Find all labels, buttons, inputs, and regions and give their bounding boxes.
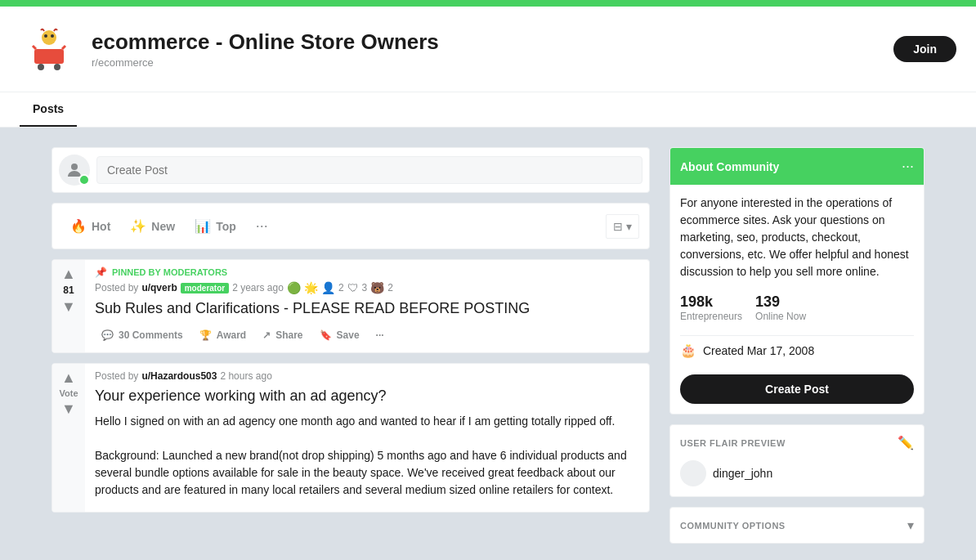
create-post-input[interactable] <box>96 156 642 184</box>
about-more-button[interactable]: ··· <box>902 158 914 175</box>
upvote-arrow-2[interactable]: ▲ <box>61 370 76 385</box>
downvote-arrow-2[interactable]: ▼ <box>61 401 76 416</box>
downvote-arrow-pinned[interactable]: ▼ <box>61 299 76 314</box>
more-button-pinned[interactable]: ··· <box>369 325 391 346</box>
sort-view-button[interactable]: ⊟ ▾ <box>606 214 639 239</box>
svg-point-5 <box>38 64 44 70</box>
post-title-2[interactable]: Your experience working with an ad agenc… <box>95 387 639 405</box>
vote-column-pinned: ▲ 81 ▼ <box>52 260 85 352</box>
sort-new-button[interactable]: ✨ New <box>122 212 183 240</box>
flair-avatar <box>680 460 706 486</box>
join-button[interactable]: Join <box>893 36 956 62</box>
about-community-card: About Community ··· For anyone intereste… <box>669 147 925 414</box>
post-author-pinned[interactable]: u/qverb <box>141 282 177 293</box>
user-flair-header: USER FLAIR PREVIEW ✏️ <box>680 435 914 450</box>
svg-rect-4 <box>34 49 64 64</box>
svg-point-1 <box>42 30 56 45</box>
about-title: About Community <box>680 160 779 173</box>
created-row: 🎂 Created Mar 17, 2008 <box>680 335 914 365</box>
sort-top-label: Top <box>216 220 236 233</box>
share-icon-pinned: ↗ <box>262 329 271 341</box>
post-card-pinned: ▲ 81 ▼ 📌 PINNED BY MODERATORS Posted by … <box>51 259 650 353</box>
svg-point-6 <box>54 64 60 70</box>
vote-column-2: ▲ Vote ▼ <box>52 364 85 511</box>
flair-user: dinger_john <box>680 460 914 486</box>
edit-flair-icon[interactable]: ✏️ <box>898 435 914 450</box>
svg-point-3 <box>51 34 54 38</box>
cake-icon: 🎂 <box>680 343 696 358</box>
stats-row: 198k Entrepreneurs 139 Online Now <box>680 293 914 322</box>
post-actions-pinned: 💬 30 Comments 🏆 Award ↗ Share 🔖 <box>95 325 639 346</box>
view-icon: ⊟ <box>613 220 623 233</box>
share-button-pinned[interactable]: ↗ Share <box>256 325 309 346</box>
stat-entrepreneurs: 198k Entrepreneurs <box>680 293 742 322</box>
about-header: About Community ··· <box>670 148 924 185</box>
created-date: Created Mar 17, 2008 <box>703 344 814 357</box>
community-header: ecommerce - Online Store Owners r/ecomme… <box>0 7 976 92</box>
svg-point-2 <box>44 34 47 38</box>
save-button-pinned[interactable]: 🔖 Save <box>313 325 366 346</box>
user-flair-card: USER FLAIR PREVIEW ✏️ dinger_john <box>669 424 925 497</box>
flair-username: dinger_john <box>713 467 772 480</box>
save-icon-pinned: 🔖 <box>320 329 332 341</box>
comments-icon-pinned: 💬 <box>101 329 114 341</box>
new-icon: ✨ <box>130 218 146 234</box>
community-options-title: COMMUNITY OPTIONS <box>680 521 786 531</box>
community-icon <box>20 20 78 78</box>
chevron-down-icon: ▾ <box>907 517 914 533</box>
user-flair-title: USER FLAIR PREVIEW <box>680 438 786 448</box>
vote-count-pinned: 81 <box>63 284 74 296</box>
pin-icon: 📌 <box>95 267 107 278</box>
top-icon: 📊 <box>195 218 211 234</box>
post-author-2[interactable]: u/Hazardous503 <box>141 370 217 382</box>
pinned-label: 📌 PINNED BY MODERATORS <box>95 267 639 278</box>
sort-top-button[interactable]: 📊 Top <box>186 212 244 240</box>
more-icon-pinned: ··· <box>376 329 384 341</box>
hot-icon: 🔥 <box>70 218 87 234</box>
community-options-card: COMMUNITY OPTIONS ▾ <box>669 507 925 544</box>
award-icon-pinned: 🏆 <box>199 329 212 341</box>
online-label: Online Now <box>755 311 806 322</box>
community-options-header[interactable]: COMMUNITY OPTIONS ▾ <box>680 517 914 533</box>
about-description: For anyone interested in the operations … <box>680 195 914 280</box>
green-top-bar <box>0 0 976 7</box>
subreddit-handle: r/ecommerce <box>92 56 880 69</box>
about-body: For anyone interested in the operations … <box>670 185 924 414</box>
comments-button-pinned[interactable]: 💬 30 Comments <box>95 325 190 346</box>
online-value: 139 <box>755 293 806 311</box>
sidebar: About Community ··· For anyone intereste… <box>669 147 925 544</box>
main-layout: 🔥 Hot ✨ New 📊 Top ··· ⊟ ▾ ▲ 81 <box>38 147 938 544</box>
post-body-2: Hello I signed on with an ad agency one … <box>95 413 639 499</box>
sort-hot-label: Hot <box>92 220 110 233</box>
upvote-arrow-pinned[interactable]: ▲ <box>61 267 76 281</box>
tab-posts[interactable]: Posts <box>20 92 77 127</box>
sort-more-button[interactable]: ··· <box>249 214 275 238</box>
svg-point-7 <box>71 164 78 170</box>
view-chevron: ▾ <box>626 220 632 233</box>
nav-tabs: Posts <box>0 92 976 128</box>
award-button-pinned[interactable]: 🏆 Award <box>193 325 253 346</box>
post-card-2: ▲ Vote ▼ Posted by u/Hazardous503 2 hour… <box>51 363 650 512</box>
create-post-box <box>51 147 650 193</box>
community-info: ecommerce - Online Store Owners r/ecomme… <box>92 29 880 69</box>
post-meta-2: Posted by u/Hazardous503 2 hours ago <box>95 370 639 382</box>
mod-badge: moderator <box>181 283 229 293</box>
community-name: ecommerce - Online Store Owners <box>92 29 880 55</box>
post-content-2: Posted by u/Hazardous503 2 hours ago You… <box>85 364 649 511</box>
post-content-pinned: 📌 PINNED BY MODERATORS Posted by u/qverb… <box>85 260 649 352</box>
entrepreneurs-value: 198k <box>680 293 742 311</box>
entrepreneurs-label: Entrepreneurs <box>680 311 742 322</box>
vote-count-2: Vote <box>59 388 78 398</box>
stat-online: 139 Online Now <box>755 293 806 322</box>
sidebar-create-post-button[interactable]: Create Post <box>680 374 914 404</box>
post-title-pinned[interactable]: Sub Rules and Clarifications - PLEASE RE… <box>95 299 639 318</box>
sort-bar: 🔥 Hot ✨ New 📊 Top ··· ⊟ ▾ <box>51 203 650 249</box>
post-meta-pinned: Posted by u/qverb moderator 2 years ago … <box>95 281 639 294</box>
sort-new-label: New <box>151 220 175 233</box>
create-post-avatar <box>59 155 90 186</box>
sort-hot-button[interactable]: 🔥 Hot <box>62 212 119 240</box>
feed-column: 🔥 Hot ✨ New 📊 Top ··· ⊟ ▾ ▲ 81 <box>51 147 650 544</box>
